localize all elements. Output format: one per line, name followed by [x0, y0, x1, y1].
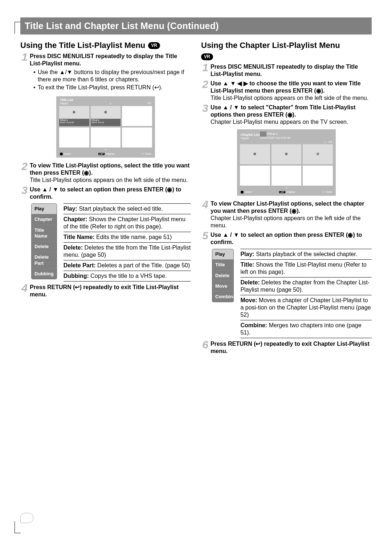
r-step-number-2: 2	[201, 80, 208, 102]
left-heading-text: Using the Title List-Playlist Menu	[20, 40, 145, 50]
menu-item-play: Play	[32, 204, 57, 214]
right-heading: Using the Chapter List-Playlist Menu	[201, 40, 372, 50]
left-step2-lead: To view Title List-Playlist options, sel…	[30, 162, 191, 177]
left-step2-body: Title List-Playlist options appears on t…	[30, 177, 191, 184]
right-step4-lead: To view Chapter List-Playlist options, s…	[211, 200, 372, 215]
t1-date: 10/12	[60, 121, 65, 123]
left-heading: Using the Title List-Playlist Menu VR	[20, 40, 191, 50]
def-deletepart: Delete Part: Deletes a part of the Title…	[64, 260, 191, 271]
left-step4-lead: Press RETURN (↩) repeatedly to exit Titl…	[30, 284, 191, 298]
right-step2-body: Title List-Playlist options appears on t…	[211, 94, 372, 102]
crop-mark-top	[15, 22, 21, 34]
t2-date: 10/14	[91, 121, 97, 123]
foot-close: ↩Close	[322, 191, 332, 194]
foot-select: Select	[60, 153, 71, 155]
empty-thumb	[122, 127, 152, 147]
empty-thumb	[303, 166, 333, 186]
menu-item-titlename: Title Name	[32, 225, 57, 242]
left-column: Using the Title List-Playlist Menu VR 1 …	[20, 40, 191, 356]
shot2-sub: Playlist	[241, 137, 260, 140]
title-option-definitions: Play: Start playback the select-ed title…	[64, 203, 191, 281]
t2-dur: 0:5:12	[98, 121, 104, 123]
up-arrow-icon: ▲	[324, 141, 326, 143]
menu-item-move: Move	[212, 281, 233, 292]
r-step-number-5: 5	[201, 231, 208, 246]
rdef-play: Play: Starts playback of the selected ch…	[240, 249, 372, 260]
right-step6-lead: Press RETURN (↩) repeatedly to exit Chap…	[211, 340, 372, 355]
rdef-title: Title: Shows the Title List-Playlist men…	[240, 260, 372, 278]
chapter-thumb-3: ▧	[303, 144, 333, 164]
title-list-screenshot: Title List Playlist ▲ 1/2 ▦ TITLE 110/12…	[56, 96, 155, 158]
menu-item-title: Title	[212, 260, 233, 270]
empty-thumb	[91, 127, 121, 147]
shot2-titlebar: TITLE 1 12/07/2004 Tue 0:25:20	[260, 131, 332, 140]
step-number-1: 1	[20, 53, 28, 93]
down-arrow-icon: ▼	[58, 148, 153, 151]
right-heading-text: Using the Chapter List-Playlist Menu	[201, 40, 340, 50]
r-step-number-3: 3	[201, 104, 208, 126]
shot2-title: Chapter List	[241, 133, 260, 137]
step-number-4: 4	[20, 284, 28, 298]
foot-original: LISTOriginal	[279, 191, 295, 194]
menu-item-combine: Combine	[212, 292, 233, 302]
menu-item-delete: Delete	[212, 271, 233, 281]
menu-item-chapter: Chapter	[32, 214, 57, 225]
def-play: Play: Start playback the select-ed title…	[64, 203, 191, 214]
def-dubbing: Dubbing: Copys the title to a VHS tape.	[64, 271, 191, 281]
rdef-delete: Delete: Deletes the chapter from the Cha…	[240, 278, 372, 295]
vr-badge-right: VR	[201, 53, 213, 60]
empty-thumb	[59, 127, 89, 147]
menu-item-deletepart: Delete Part	[32, 252, 57, 269]
rdef-combine: Combine: Merges two chapters into one (p…	[240, 320, 372, 338]
r-step-number-4: 4	[201, 200, 208, 229]
page-number-badge	[20, 513, 33, 523]
right-step2-lead: Use ▲ ▼ ◀ ▶ to choose the title you want…	[211, 80, 372, 94]
right-step5-lead: Use ▲ / ▼ to select an option then press…	[211, 231, 372, 246]
right-step3-body: Chapter List-Playlist menu appears on th…	[211, 118, 372, 126]
chapter-thumb-1: ▦	[240, 144, 270, 164]
left-step3-lead: Use ▲ / ▼ to select an option then press…	[30, 186, 191, 200]
chapter-thumb-2: ▦	[271, 144, 302, 164]
section-banner: Title List and Chapter List Menu (Contin…	[20, 17, 372, 35]
title-thumb-1: ▦ TITLE 110/12 0:25:20	[59, 106, 89, 126]
left-step1-lead: Press DISC MENU/LIST repeatedly to displ…	[30, 53, 191, 67]
right-column: Using the Chapter List-Playlist Menu VR …	[201, 40, 372, 356]
foot-original: LISTOriginal	[98, 153, 114, 155]
down-arrow-icon: ▼	[239, 186, 334, 189]
t1-dur: 0:25:20	[66, 121, 74, 123]
title-thumb-2: ▦ TITLE 210/14 0:5:12	[91, 106, 121, 126]
right-step4-body: Chapter List-Playlist options appears on…	[211, 215, 372, 229]
menu-item-delete: Delete	[32, 242, 57, 252]
shot2-page: 1/3	[328, 140, 332, 143]
step-number-2: 2	[20, 162, 28, 184]
title-options-menu: Play Chapter Title Name Delete Delete Pa…	[31, 203, 57, 279]
vr-badge: VR	[148, 42, 160, 49]
left-step1-note2: To exit the Title List-Playlist, press R…	[33, 84, 191, 91]
up-arrow-icon: ▲	[73, 102, 147, 105]
def-delete: Delete: Deletes the title from the Title…	[64, 243, 191, 260]
shot1-page: 1/2	[147, 102, 151, 105]
def-titlename: Title Name: Edits the title name. page 5…	[64, 232, 191, 243]
r-step-number-1: 1	[201, 63, 208, 78]
enter-icon	[241, 191, 244, 194]
empty-thumb	[122, 106, 152, 126]
rdef-move: Move: Moves a chapter of Chapter List-Pl…	[240, 295, 372, 320]
crop-mark-bottom	[15, 521, 21, 533]
empty-thumb	[240, 166, 270, 186]
left-step1-note1: Use the ▲/▼ buttons to display the previ…	[33, 69, 191, 83]
r-step-number-6: 6	[201, 340, 208, 355]
menu-item-play: Play	[212, 249, 233, 260]
def-chapter: Chapter: Shows the Chapter List-Playlist…	[64, 214, 191, 232]
right-step3-lead: Use ▲ / ▼ to select "Chapter" from Title…	[211, 104, 372, 118]
enter-icon	[60, 153, 63, 155]
shot1-sub: Playlist	[60, 102, 73, 105]
foot-select: Select	[241, 191, 252, 194]
chapter-option-definitions: Play: Starts playback of the selected ch…	[240, 249, 372, 338]
right-step1-lead: Press DISC MENU/LIST repeatedly to displ…	[211, 63, 372, 78]
foot-close: ↩Close	[142, 153, 151, 155]
menu-item-dubbing: Dubbing	[32, 269, 57, 279]
chapter-options-menu: Play Title Delete Move Combine	[212, 249, 234, 302]
chapter-list-screenshot: Chapter List Playlist TITLE 1 12/07/2004…	[237, 129, 336, 196]
shot1-title: Title List	[60, 98, 73, 102]
step-number-3: 3	[20, 186, 28, 200]
